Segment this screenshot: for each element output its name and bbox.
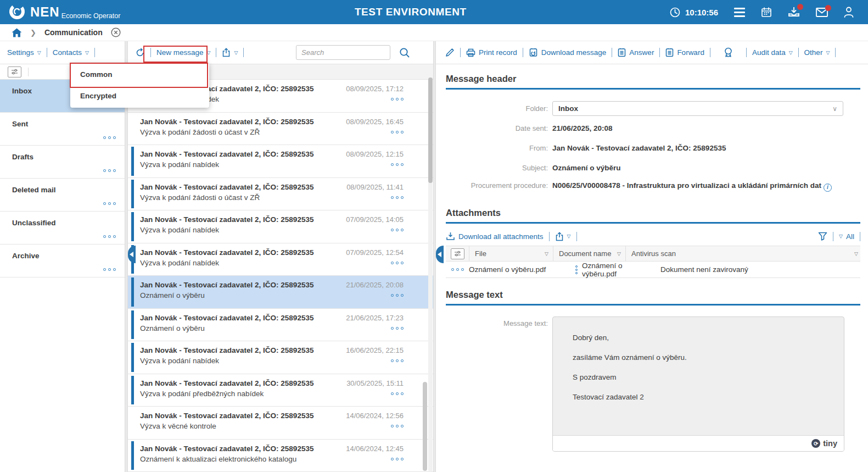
message-sender: Jan Novák - Testovací zadavatel 2, IČO: …	[140, 314, 313, 322]
folder-label: Deleted mail	[12, 186, 56, 194]
unread-indicator	[131, 147, 134, 176]
message-menu-dots[interactable]	[391, 131, 404, 134]
sidebar-folder-sent[interactable]: Sent	[0, 113, 125, 146]
search-input[interactable]	[296, 45, 390, 60]
column-header-document-name[interactable]: Document name▽	[553, 249, 625, 258]
download-message-button[interactable]: Download message	[529, 48, 607, 57]
dropdown-arrow-icon: ▽	[234, 50, 238, 55]
refresh-icon[interactable]	[135, 48, 145, 58]
new-message-button[interactable]: New message ▽	[156, 48, 210, 57]
settings-menu-button[interactable]: Settings ▽	[7, 48, 41, 57]
message-menu-dots[interactable]	[391, 359, 404, 362]
message-menu-dots[interactable]	[391, 262, 404, 264]
dropdown-arrow-icon: ▽	[567, 234, 571, 239]
column-header-file[interactable]: File▽	[469, 249, 553, 258]
message-menu-dots[interactable]	[391, 425, 404, 427]
other-button[interactable]: Other ▽	[804, 48, 830, 57]
date-sent-value: 21/06/2025, 20:08	[552, 124, 613, 132]
new-message-option-encrypted[interactable]: Encrypted	[70, 85, 209, 107]
folder-menu-dots[interactable]	[103, 235, 116, 238]
folder-menu-dots[interactable]	[103, 169, 116, 172]
sidebar-folder-unclassified[interactable]: Unclassified	[0, 212, 125, 245]
dot-icon	[391, 196, 394, 199]
calendar-icon[interactable]	[761, 7, 772, 18]
info-icon[interactable]: i	[824, 184, 832, 192]
sidebar-folder-drafts[interactable]: Drafts	[0, 146, 125, 179]
message-menu-dots[interactable]	[391, 98, 404, 101]
forward-label: Forward	[677, 48, 704, 57]
message-menu-dots[interactable]	[391, 229, 404, 231]
message-date: 14/06/2024, 12:45	[346, 445, 404, 453]
close-tab-icon[interactable]	[111, 27, 121, 37]
dot-icon	[391, 262, 394, 264]
folder-menu-dots[interactable]	[103, 268, 116, 271]
scrollbar-thumb[interactable]	[423, 382, 427, 471]
sidebar-folder-archive[interactable]: Archive	[0, 245, 125, 277]
new-message-label: New message	[156, 48, 204, 57]
message-menu-dots[interactable]	[391, 294, 404, 297]
sort-arrow-icon: ▽	[617, 251, 621, 257]
message-list-item[interactable]: Jan Novák - Testovací zadavatel 2, IČO: …	[128, 440, 433, 472]
message-list-item[interactable]: Jan Novák - Testovací zadavatel 2, IČO: …	[128, 407, 433, 440]
scrollbar-thumb[interactable]	[428, 77, 433, 183]
dot-icon	[391, 425, 394, 427]
clock-time: 10:10:56	[685, 8, 718, 17]
dot-icon	[103, 268, 106, 271]
answer-button[interactable]: Answer	[618, 48, 654, 57]
message-menu-dots[interactable]	[391, 163, 404, 166]
message-list-item[interactable]: Jan Novák - Testovací zadavatel 2, IČO: …	[128, 178, 433, 211]
message-text-label: Message text:	[446, 316, 548, 452]
sidebar-folder-deleted-mail[interactable]: Deleted mail	[0, 179, 125, 212]
new-message-option-common[interactable]: Common	[70, 64, 209, 85]
dot-icon	[108, 136, 111, 139]
message-list-item[interactable]: Jan Novák - Testovací zadavatel 2, IČO: …	[128, 374, 433, 407]
message-list-item[interactable]: Jan Novák - Testovací zadavatel 2, IČO: …	[128, 113, 433, 146]
message-list-item[interactable]: Jan Novák - Testovací zadavatel 2, IČO: …	[128, 243, 433, 276]
filter-all-button[interactable]: ▽ All	[839, 232, 854, 241]
message-list-item[interactable]: Jan Novák - Testovací zadavatel 2, IČO: …	[128, 145, 433, 178]
message-date: 07/09/2025, 12:54	[346, 248, 404, 257]
attachment-row[interactable]: Oznámení o výběru.pdfOznámení o výběru.p…	[446, 262, 860, 278]
home-icon[interactable]	[12, 28, 22, 37]
search-icon[interactable]	[399, 47, 410, 58]
downloads-tray-icon[interactable]	[788, 7, 800, 18]
filter-icon[interactable]	[818, 232, 827, 241]
folder-label: Drafts	[12, 153, 33, 161]
drag-handle-icon[interactable]	[575, 265, 578, 274]
message-list-item[interactable]: Jan Novák - Testovací zadavatel 2, IČO: …	[128, 309, 433, 342]
folder-list: InboxSentDraftsDeleted mailUnclassifiedA…	[0, 80, 125, 277]
message-subject: Výzva k podání nabídek	[140, 160, 219, 169]
download-all-attachments-button[interactable]: Download all attachments	[446, 232, 544, 241]
attachment-file-name[interactable]: Oznámení o výběru.pdf	[469, 265, 546, 274]
message-list-item[interactable]: Jan Novák - Testovací zadavatel 2, IČO: …	[128, 341, 433, 374]
message-date: 16/06/2025, 22:15	[346, 346, 404, 354]
message-subject: Výzva k podání předběžných nabídek	[140, 390, 264, 398]
contacts-menu-button[interactable]: Contacts ▽	[53, 48, 89, 57]
menu-icon[interactable]	[734, 8, 745, 17]
folder-menu-dots[interactable]	[103, 202, 116, 205]
forward-button[interactable]: Forward	[665, 48, 704, 57]
folder-menu-dots[interactable]	[103, 136, 116, 139]
seal-icon[interactable]	[724, 47, 733, 58]
export-icon[interactable]: ▽	[222, 48, 238, 57]
message-menu-dots[interactable]	[391, 392, 404, 395]
audit-data-button[interactable]: Audit data ▽	[752, 48, 793, 57]
export-icon[interactable]: ▽	[555, 232, 571, 241]
column-settings-icon[interactable]	[451, 248, 464, 259]
message-list-item[interactable]: Jan Novák - Testovací zadavatel 2, IČO: …	[128, 276, 433, 309]
message-menu-dots[interactable]	[391, 196, 404, 199]
dot-icon	[113, 169, 116, 172]
user-icon[interactable]	[844, 7, 854, 18]
dot-icon	[391, 131, 394, 134]
folder-select[interactable]: Inbox ∨	[552, 101, 843, 116]
message-menu-dots[interactable]	[391, 458, 404, 460]
edit-icon[interactable]	[445, 48, 455, 57]
attachment-menu-dots[interactable]	[451, 268, 464, 271]
message-menu-dots[interactable]	[391, 327, 404, 330]
print-record-button[interactable]: Print record	[466, 48, 517, 57]
mail-icon[interactable]	[816, 8, 828, 17]
nen-logo[interactable]: NEN Economic Operator	[0, 1, 120, 23]
column-header-antivirus-scan[interactable]: Antivirus scan▽	[626, 249, 860, 258]
message-list-item[interactable]: Jan Novák - Testovací zadavatel 2, IČO: …	[128, 210, 433, 243]
column-settings-icon[interactable]	[8, 66, 21, 77]
